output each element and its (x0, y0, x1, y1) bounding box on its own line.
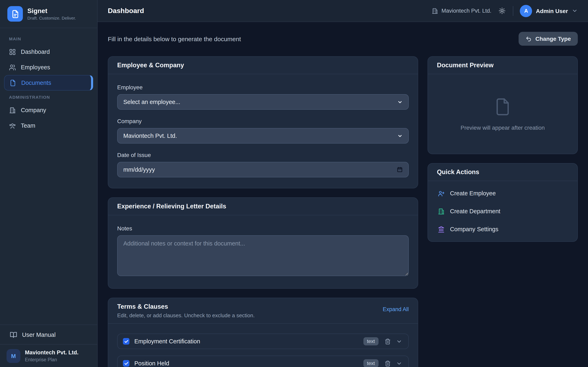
app-window: Signet Draft. Customize. Deliver. MAIN D… (0, 0, 588, 367)
book-open-icon (10, 331, 17, 338)
card-title: Terms & Clauses (117, 303, 255, 310)
experience-details-card: Experience / Relieving Letter Details No… (108, 197, 418, 289)
clause-label: Position Held (134, 360, 363, 367)
card-title: Employee & Company (117, 62, 184, 69)
employee-select[interactable]: Select an employee... (117, 94, 409, 110)
card-title: Quick Actions (437, 168, 479, 176)
brand-text: Signet Draft. Customize. Deliver. (27, 7, 76, 21)
preview-body: Preview will appear after creation (428, 74, 577, 154)
clause-row-employment-certification: Employment Certification text (117, 334, 409, 349)
sidebar-nav: MAIN Dashboard Employees (0, 28, 97, 133)
sidebar-item-label: Documents (21, 80, 51, 86)
terms-header: Terms & Clauses Edit, delete, or add cla… (108, 298, 418, 324)
file-icon (493, 97, 512, 116)
user-manual-label: User Manual (22, 331, 56, 338)
nav-section-administration: ADMINISTRATION (9, 95, 88, 100)
card-body: Employment Certification text (108, 324, 418, 367)
content: Fill in the details below to generate th… (98, 22, 588, 367)
org-avatar: M (7, 349, 20, 363)
date-of-issue-field: Date of Issue mm/dd/yyyy (117, 152, 409, 177)
topbar-divider (513, 6, 513, 16)
sidebar-item-label: Employees (21, 64, 50, 71)
user-avatar: A (520, 5, 532, 17)
company-label: Company (117, 118, 409, 124)
quick-action-label: Company Settings (450, 226, 498, 233)
quick-action-create-department[interactable]: Create Department (428, 202, 577, 220)
card-header: Document Preview (428, 57, 577, 74)
app-name: Signet (27, 7, 76, 15)
brand: Signet Draft. Customize. Deliver. (0, 0, 97, 28)
topbar: Dashboard Maviontech Pvt. Ltd. (98, 0, 588, 22)
org-name: Maviontech Pvt. Ltd. (25, 350, 79, 356)
notes-label: Notes (117, 225, 409, 232)
org-text: Maviontech Pvt. Ltd. Enterprise Plan (25, 350, 79, 362)
calendar-icon[interactable] (397, 167, 403, 173)
topbar-company-name: Maviontech Pvt. Ltd. (441, 8, 492, 14)
clause-type-badge: text (363, 359, 379, 367)
company-field: Company Maviontech Pvt. Ltd. (117, 118, 409, 143)
sidebar-item-employees[interactable]: Employees (4, 59, 93, 75)
date-of-issue-input[interactable]: mm/dd/yyyy (117, 162, 409, 177)
sidebar-item-company[interactable]: Company (4, 102, 93, 118)
company-select[interactable]: Maviontech Pvt. Ltd. (117, 128, 409, 143)
card-body: Notes (108, 215, 418, 288)
chevron-down-icon (397, 133, 403, 138)
building-icon (432, 8, 438, 14)
trash-icon[interactable] (384, 359, 392, 367)
user-name: Admin User (536, 8, 568, 14)
trash-icon[interactable] (384, 337, 392, 345)
nav-section-main: MAIN (9, 36, 88, 41)
file-icon (9, 79, 16, 86)
clause-checkbox[interactable] (123, 360, 130, 367)
terms-clauses-card: Terms & Clauses Edit, delete, or add cla… (108, 298, 418, 367)
quick-action-label: Create Employee (450, 190, 496, 197)
chevron-down-icon[interactable] (395, 337, 403, 345)
chevron-down-icon (572, 8, 578, 14)
sidebar-item-team[interactable]: Team (4, 118, 93, 133)
building-icon (438, 208, 445, 215)
sidebar-item-dashboard[interactable]: Dashboard (4, 44, 93, 59)
content-subtitle: Fill in the details below to generate th… (108, 35, 241, 42)
company-select-value: Maviontech Pvt. Ltd. (123, 133, 397, 139)
content-head: Fill in the details below to generate th… (108, 32, 578, 46)
sidebar-item-documents[interactable]: Documents (4, 75, 93, 91)
org-plan: Enterprise Plan (25, 357, 79, 362)
app-logo-icon (7, 6, 23, 22)
notes-field: Notes (117, 225, 409, 278)
side-column: Document Preview Preview will appear aft… (428, 56, 578, 251)
theme-toggle-sun-icon[interactable] (498, 7, 507, 15)
clause-type-badge: text (363, 337, 379, 345)
clause-checkbox[interactable] (123, 338, 130, 345)
preview-empty-text: Preview will appear after creation (461, 124, 545, 131)
card-header: Quick Actions (428, 164, 577, 181)
quick-action-company-settings[interactable]: Company Settings (428, 220, 577, 238)
undo-arrow-icon (526, 36, 532, 42)
sidebar-item-label: Team (21, 122, 35, 129)
clause-label: Employment Certification (134, 338, 363, 345)
quick-action-create-employee[interactable]: Create Employee (428, 184, 577, 202)
expand-all-link[interactable]: Expand All (383, 306, 409, 312)
user-menu[interactable]: A Admin User (520, 5, 578, 17)
terms-header-text: Terms & Clauses Edit, delete, or add cla… (117, 303, 255, 318)
change-type-button[interactable]: Change Type (519, 32, 578, 46)
main-area: Dashboard Maviontech Pvt. Ltd. (98, 0, 588, 367)
notes-textarea[interactable] (117, 235, 409, 276)
quick-actions-card: Quick Actions Create Employee (428, 163, 578, 242)
date-of-issue-label: Date of Issue (117, 152, 409, 158)
document-preview-card: Document Preview Preview will appear aft… (428, 56, 578, 154)
employee-label: Employee (117, 84, 409, 91)
app-tagline: Draft. Customize. Deliver. (27, 16, 76, 20)
users-icon (9, 64, 16, 71)
change-type-label: Change Type (535, 35, 571, 42)
topbar-right: Maviontech Pvt. Ltd. A Admin User (432, 5, 578, 17)
quick-actions-list: Create Employee Create Department (428, 181, 577, 242)
org-info: M Maviontech Pvt. Ltd. Enterprise Plan (0, 344, 97, 367)
sidebar: Signet Draft. Customize. Deliver. MAIN D… (0, 0, 98, 367)
card-header: Experience / Relieving Letter Details (108, 198, 418, 215)
page-title: Dashboard (108, 7, 144, 15)
chevron-down-icon[interactable] (395, 359, 403, 367)
grid-icon (9, 48, 16, 55)
user-plus-icon (438, 190, 445, 197)
user-manual-link[interactable]: User Manual (0, 325, 97, 344)
card-body: Employee Select an employee... Company (108, 74, 418, 188)
